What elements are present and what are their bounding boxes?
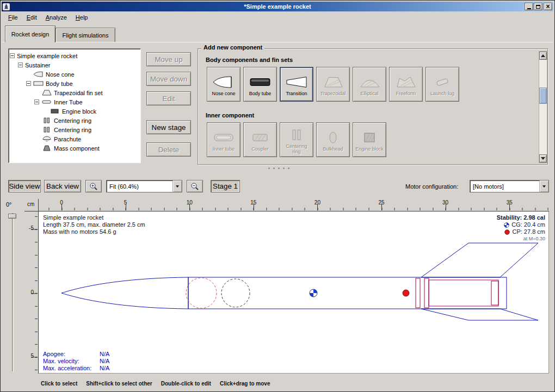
cp-value: CP: 27.8 cm bbox=[512, 228, 545, 235]
stage-1-toggle[interactable]: Stage 1 bbox=[211, 180, 240, 192]
body-tube-outline bbox=[188, 277, 507, 309]
menu-edit[interactable]: Edit bbox=[22, 13, 41, 22]
rocket-drawing bbox=[39, 211, 549, 374]
mass-component-outline bbox=[221, 279, 250, 307]
menu-file[interactable]: File bbox=[4, 13, 22, 22]
button-label: Centering ring bbox=[280, 143, 313, 154]
add-engine-block-button[interactable]: Engine block bbox=[353, 122, 386, 157]
stage-1-label: Stage 1 bbox=[213, 182, 238, 190]
body-tube-icon bbox=[248, 74, 272, 90]
add-component-title: Add new component bbox=[201, 44, 264, 51]
add-launch-lug-button[interactable]: Launch lug bbox=[425, 67, 459, 102]
tree-item-nose-cone[interactable]: Nose cone bbox=[9, 70, 140, 79]
zoom-in-button[interactable] bbox=[85, 180, 102, 192]
button-label: Freeform bbox=[395, 90, 417, 96]
scroll-down-button[interactable] bbox=[539, 154, 547, 163]
move-down-button[interactable]: Move down bbox=[146, 72, 191, 86]
tree-item-label: Inner Tube bbox=[54, 99, 83, 105]
max-velocity-value: N/A bbox=[100, 358, 109, 364]
tree-item-engine-block[interactable]: Engine block bbox=[9, 107, 140, 116]
tree-item-label: Centering ring bbox=[54, 117, 91, 124]
add-nose-cone-button[interactable]: Nose cone bbox=[207, 67, 240, 102]
button-label: Coupler bbox=[250, 146, 270, 152]
new-stage-label: New stage bbox=[152, 123, 186, 132]
zoom-out-button[interactable] bbox=[187, 180, 203, 192]
back-view-label: Back view bbox=[46, 182, 79, 190]
mass-component-icon bbox=[41, 145, 52, 151]
tree-item-rocket[interactable]: Simple example rocket bbox=[9, 51, 140, 60]
tab-rocket-design[interactable]: Rocket design bbox=[5, 26, 55, 42]
add-inner-tube-button[interactable]: Inner tube bbox=[207, 122, 240, 157]
app-window: *Simple example rocket × File Edit Analy… bbox=[0, 0, 555, 392]
add-trapezoidal-fin-button[interactable]: Trapezoidal bbox=[316, 67, 350, 102]
rotation-slider-track[interactable] bbox=[12, 213, 14, 372]
menu-analyze[interactable]: Analyze bbox=[41, 13, 71, 22]
centering-ring-icon bbox=[41, 127, 52, 133]
launch-lug-icon bbox=[430, 74, 454, 90]
status-bar: Click to select Shift+click to select ot… bbox=[41, 381, 270, 387]
parachute-outline bbox=[186, 278, 217, 308]
tree-expander[interactable] bbox=[34, 99, 39, 104]
add-elliptical-fin-button[interactable]: Elliptical bbox=[353, 67, 386, 102]
add-centering-ring-button[interactable]: Centering ring bbox=[280, 122, 313, 157]
scrollbar-thumb[interactable] bbox=[539, 88, 547, 104]
side-view-button[interactable]: Side view bbox=[8, 180, 41, 192]
motor-configuration-select[interactable]: [No motors] bbox=[470, 180, 549, 192]
rocket-mass: Mass with no motors 54.6 g bbox=[43, 228, 145, 235]
upper-fin-outline bbox=[421, 243, 538, 277]
freeform-fin-icon bbox=[394, 74, 418, 90]
add-coupler-button[interactable]: Coupler bbox=[243, 122, 277, 157]
tree-item-label: Trapezoidal fin set bbox=[54, 90, 102, 96]
centering-ring-icon bbox=[41, 117, 52, 123]
splitter-handle[interactable] bbox=[265, 167, 292, 169]
rotation-value: 0° bbox=[6, 201, 12, 208]
maximize-button[interactable] bbox=[534, 3, 542, 10]
engine-block-outline bbox=[491, 281, 498, 305]
stability-value: Stability: 2.98 cal bbox=[497, 214, 545, 221]
move-down-label: Move down bbox=[150, 75, 187, 83]
tree-item-label: Simple example rocket bbox=[17, 53, 77, 59]
body-tube-icon bbox=[33, 80, 44, 86]
minimize-button[interactable] bbox=[525, 3, 533, 10]
add-transition-button[interactable]: Transition bbox=[280, 67, 313, 102]
titlebar[interactable]: *Simple example rocket × bbox=[2, 2, 553, 11]
tab-flight-simulations[interactable]: Flight simulations bbox=[55, 28, 115, 42]
add-body-tube-button[interactable]: Body tube bbox=[243, 67, 277, 102]
motor-configuration-label: Motor configuration: bbox=[405, 183, 458, 190]
button-label: Bulkhead bbox=[322, 146, 344, 152]
tree-item-centering-ring-1[interactable]: Centering ring bbox=[9, 116, 140, 125]
close-button[interactable]: × bbox=[544, 3, 552, 10]
move-up-button[interactable]: Move up bbox=[146, 52, 191, 66]
status-hint: Click to select bbox=[41, 381, 77, 387]
menu-bar: File Edit Analyze Help bbox=[2, 11, 553, 23]
tree-item-mass-component[interactable]: Mass component bbox=[9, 144, 140, 153]
add-bulkhead-button[interactable]: Bulkhead bbox=[316, 122, 350, 157]
tree-expander[interactable] bbox=[10, 53, 15, 58]
status-hint: Double-click to edit bbox=[161, 381, 211, 387]
scroll-up-button[interactable] bbox=[539, 52, 547, 60]
rocket-name: Simple example rocket bbox=[43, 214, 145, 221]
button-label: Inner tube bbox=[212, 146, 236, 152]
tree-item-centering-ring-2[interactable]: Centering ring bbox=[9, 125, 140, 134]
tree-item-parachute[interactable]: Parachute bbox=[9, 134, 140, 144]
button-label: Transition bbox=[285, 90, 308, 96]
rocket-design-canvas[interactable]: Simple example rocket Length 37.5 cm, ma… bbox=[39, 211, 549, 374]
zoom-level-select[interactable]: Fit (60.4%) bbox=[106, 180, 182, 192]
tree-item-body-tube[interactable]: Body tube bbox=[9, 79, 140, 88]
component-panel-scrollbar[interactable] bbox=[539, 51, 547, 163]
tree-item-fin-set[interactable]: Trapezoidal fin set bbox=[9, 88, 140, 97]
delete-button[interactable]: Delete bbox=[146, 142, 191, 157]
tree-expander[interactable] bbox=[18, 63, 23, 67]
back-view-button[interactable]: Back view bbox=[44, 180, 81, 192]
tree-item-sustainer[interactable]: Sustainer bbox=[9, 60, 140, 70]
rotation-slider-handle[interactable] bbox=[8, 214, 16, 219]
add-freeform-fin-button[interactable]: Freeform bbox=[389, 67, 423, 102]
engine-block-icon bbox=[357, 129, 381, 146]
new-stage-button[interactable]: New stage bbox=[146, 120, 191, 134]
tree-expander[interactable] bbox=[26, 81, 31, 86]
stability-info: Stability: 2.98 cal CG: 20.4 cm CP: 27.8… bbox=[497, 214, 545, 242]
edit-button[interactable]: Edit bbox=[146, 91, 191, 105]
menu-help[interactable]: Help bbox=[71, 13, 92, 22]
fin-set-icon bbox=[41, 90, 52, 96]
tree-item-inner-tube[interactable]: Inner Tube bbox=[9, 97, 140, 107]
